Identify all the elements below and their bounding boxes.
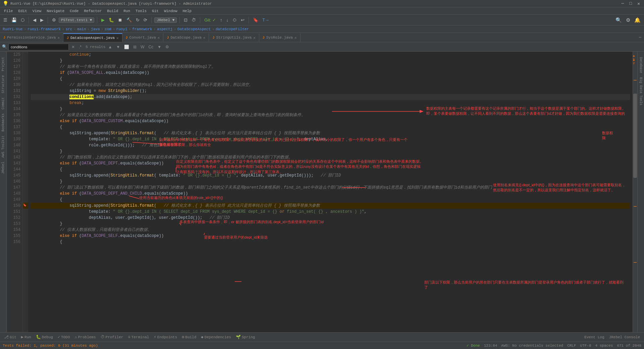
- maximize-btn[interactable]: □: [628, 1, 633, 6]
- project-panel-btn[interactable]: Project: [1, 55, 6, 73]
- toolbar-git-revert-btn[interactable]: ↩: [239, 17, 246, 23]
- tab-close-datascope[interactable]: ✕: [203, 36, 206, 40]
- search-regex-btn[interactable]: .*: [77, 44, 83, 50]
- toolbar-debug-btn[interactable]: 🐛: [107, 17, 115, 23]
- endpoints-tool-btn[interactable]: ⚡ Endpoints: [152, 334, 179, 340]
- close-btn[interactable]: ✕: [636, 1, 641, 6]
- toolbar-update-btn[interactable]: ⟳: [142, 17, 149, 23]
- tab-stringutils[interactable]: J StringUtils.java ✕: [209, 33, 259, 42]
- toolbar-git-pull-btn[interactable]: ↓: [225, 17, 230, 23]
- toolbar-forward-btn[interactable]: ▶: [39, 17, 45, 23]
- menu-item-view[interactable]: View: [30, 8, 44, 14]
- toolbar-run-btn[interactable]: ▶: [100, 17, 106, 23]
- run-config-badge[interactable]: PSTest.test1 ▼: [59, 17, 94, 23]
- menu-item-edit[interactable]: Edit: [15, 8, 30, 14]
- menu-item-navigate[interactable]: Navigate: [44, 8, 67, 14]
- aws-credentials[interactable]: AWS: No credentials selected: [501, 344, 563, 348]
- toolbar-bookmark-btn[interactable]: 🔖: [252, 17, 260, 23]
- toolbar-save-all-btn[interactable]: ⬡: [19, 17, 26, 23]
- jrebel-badge[interactable]: JRebel ▼: [154, 17, 177, 23]
- nav-datascopeaspect[interactable]: DataScopeAspect: [177, 27, 211, 31]
- tab-more-btn[interactable]: ⋯: [636, 34, 644, 41]
- toolbar-git-push-btn[interactable]: ↑: [219, 17, 224, 23]
- toolbar-coverage-btn[interactable]: ⊡: [182, 17, 189, 23]
- menu-item-git[interactable]: Git: [149, 8, 161, 14]
- aws-toolkit-btn[interactable]: AWS Toolkit: [1, 134, 6, 160]
- nav-ruoyi-vue[interactable]: RuoYi-Vue: [3, 27, 22, 31]
- toolbar-git-history-btn[interactable]: ⏲: [231, 17, 238, 23]
- nav-ruoyi-framework[interactable]: ruoyi-framework: [28, 27, 61, 31]
- search-filter-btn[interactable]: ▼: [156, 44, 163, 50]
- scrollbar-area[interactable]: ▲ 1 ▲ 2: [633, 52, 637, 332]
- nav-src[interactable]: src: [66, 27, 72, 31]
- build-tool-btn[interactable]: ⚙ Build: [180, 334, 198, 340]
- search-filter-icon[interactable]: ⚙: [164, 44, 170, 50]
- minimize-btn[interactable]: ─: [620, 1, 626, 6]
- toolbar-menu-btn[interactable]: ☰: [2, 17, 9, 23]
- tab-datascope[interactable]: J DataScope.java ✕: [163, 33, 209, 42]
- problems-tool-btn[interactable]: ⚠ Problems: [73, 334, 98, 340]
- toolbar-run-config-btn[interactable]: ⚙: [51, 17, 57, 23]
- tab-convert[interactable]: J Convert.java ✕: [122, 33, 164, 42]
- search-next-btn[interactable]: ▼: [115, 44, 121, 50]
- structure-panel-btn[interactable]: Structure: [1, 73, 6, 95]
- toolbar-search-everywhere[interactable]: 🔍: [614, 16, 623, 24]
- toolbar-back-btn[interactable]: ◀: [32, 17, 38, 23]
- git-tool-btn[interactable]: ⎇ Git: [2, 334, 18, 340]
- cursor-position[interactable]: 123:84: [484, 344, 497, 348]
- indent-spaces[interactable]: 4 spaces: [595, 344, 613, 348]
- dependencies-tool-btn[interactable]: ◆ Dependencies: [199, 334, 233, 340]
- encoding[interactable]: UTF-8: [580, 344, 591, 348]
- bigdata-panel-btn[interactable]: Big Data Tools: [638, 75, 643, 107]
- tab-close-stringutils[interactable]: ✕: [253, 36, 256, 40]
- toolbar-save-btn[interactable]: 💾: [10, 17, 18, 23]
- search-clear-btn[interactable]: ✕: [70, 44, 76, 50]
- tab-close-active[interactable]: ✕: [116, 36, 119, 40]
- toolbar-translate-btn[interactable]: T→: [261, 17, 271, 23]
- toolbar-reload-btn[interactable]: ↻: [135, 17, 141, 23]
- menu-item-tools[interactable]: Tools: [133, 8, 149, 14]
- toolbar-git-btn[interactable]: Git: ✓: [203, 17, 217, 23]
- done-status[interactable]: ✓ Done: [467, 343, 480, 348]
- scrollbar-thumb[interactable]: [633, 94, 637, 178]
- tab-sysrole[interactable]: J SysRole.java ✕: [259, 33, 301, 42]
- nav-com[interactable]: com: [105, 27, 111, 31]
- run-tool-btn[interactable]: ▶ Run: [19, 334, 33, 340]
- toolbar-profile-btn[interactable]: ⏱: [190, 17, 197, 23]
- menu-item-help[interactable]: Help: [180, 8, 194, 14]
- nav-framework[interactable]: framework: [132, 27, 152, 31]
- line-ending[interactable]: CRLF: [567, 344, 576, 348]
- nav-aspectj[interactable]: aspectj: [157, 27, 172, 31]
- menu-item-code[interactable]: Code: [67, 8, 81, 14]
- tab-close-sysrole[interactable]: ✕: [294, 36, 297, 40]
- jrebel-panel-btn[interactable]: JRebel: [1, 160, 6, 176]
- search-expand-btn[interactable]: ⬜: [123, 44, 130, 50]
- bookmarks-panel-btn[interactable]: Bookmarks: [1, 111, 6, 134]
- jrebel-console-btn[interactable]: JRebel Console: [607, 335, 642, 340]
- search-input[interactable]: [8, 44, 69, 50]
- event-log-btn[interactable]: Event Log: [582, 335, 606, 340]
- menu-item-build[interactable]: Build: [104, 8, 121, 14]
- search-prev-btn[interactable]: ▲: [107, 44, 113, 50]
- menu-item-window[interactable]: Window: [161, 8, 180, 14]
- menu-item-file[interactable]: File: [1, 8, 15, 14]
- todo-tool-btn[interactable]: ✓ TODO: [56, 334, 72, 340]
- toolbar-stop-btn[interactable]: ⏹: [117, 17, 124, 23]
- line-count[interactable]: 671 of 2048: [617, 344, 641, 348]
- code-editor[interactable]: 125 126 127 128 129 130 131 132 133 134 …: [7, 52, 637, 332]
- tab-permissionservice[interactable]: J PermissionService.java ✕: [0, 33, 63, 42]
- database-panel-btn[interactable]: Database: [638, 55, 643, 75]
- nav-main[interactable]: main: [77, 27, 86, 31]
- tab-close[interactable]: ✕: [57, 36, 60, 40]
- search-multiline-btn[interactable]: ⊞: [132, 44, 138, 50]
- nav-datascopefilter[interactable]: dataScopeFilter: [216, 27, 249, 31]
- debug-tool-btn[interactable]: 🐛 Debug: [34, 334, 55, 340]
- terminal-tool-btn[interactable]: ≡ Terminal: [126, 334, 151, 340]
- toolbar-build-btn[interactable]: 🔨: [125, 17, 133, 23]
- menu-item-run[interactable]: Run: [121, 8, 133, 14]
- nav-ruoyi[interactable]: ruoyi: [116, 27, 127, 31]
- profiler-tool-btn[interactable]: ⏱ Profiler: [99, 334, 125, 340]
- tab-datascopeaspect[interactable]: J DataScopeAspect.java ✕: [63, 33, 122, 42]
- spring-tool-btn[interactable]: 🌱 Spring: [234, 334, 257, 340]
- nav-java[interactable]: java: [91, 27, 100, 31]
